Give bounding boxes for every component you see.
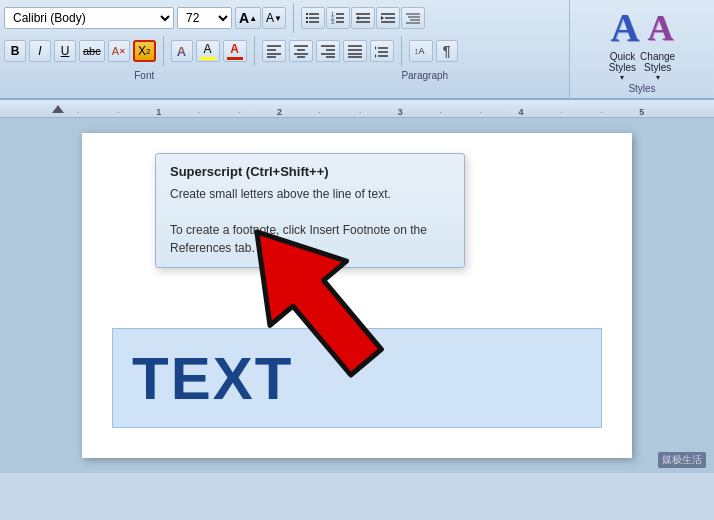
- font-size-buttons: A▲ A▼: [235, 7, 286, 29]
- superscript-button[interactable]: X2: [133, 40, 155, 62]
- watermark: 媒极生活: [658, 452, 706, 468]
- align-left-button[interactable]: [262, 40, 286, 62]
- svg-text:3.: 3.: [331, 19, 335, 25]
- tooltip-line3: To create a footnote, click Insert: [170, 223, 339, 237]
- text-effects-button[interactable]: A: [171, 40, 193, 62]
- ribbon: Calibri (Body) 72 A▲ A▼ 1.2.3.: [0, 0, 714, 100]
- justify-button[interactable]: [343, 40, 367, 62]
- bullets-button[interactable]: [301, 7, 325, 29]
- svg-marker-43: [375, 46, 377, 50]
- svg-rect-3: [306, 13, 308, 15]
- underline-button[interactable]: U: [54, 40, 76, 62]
- bold-button[interactable]: B: [4, 40, 26, 62]
- styles-labels-row: Quick Styles ▾ Change Styles ▾: [609, 51, 675, 82]
- font-section-label: Font: [4, 69, 285, 81]
- highlight-button[interactable]: A: [196, 40, 220, 62]
- sort-button[interactable]: ↕A: [409, 40, 433, 62]
- ribbon-row-2: B I U abc A✕ X2 A A A: [4, 36, 565, 66]
- line-spacing-button[interactable]: [370, 40, 394, 62]
- quick-styles-arrow: ▾: [620, 73, 624, 82]
- styles-section: A A Quick Styles ▾ Change Styles ▾ Style…: [569, 0, 714, 98]
- ribbon-row-1: Calibri (Body) 72 A▲ A▼ 1.2.3.: [4, 3, 565, 33]
- strikethrough-button[interactable]: abc: [79, 40, 105, 62]
- tooltip-line2: of text.: [355, 187, 391, 201]
- tooltip-title: Superscript (Ctrl+Shift++): [170, 164, 450, 179]
- svg-marker-15: [356, 16, 359, 20]
- change-styles-button[interactable]: Change Styles ▾: [640, 51, 675, 82]
- tooltip-line1: Create small letters above the line: [170, 187, 351, 201]
- multilevel-list-button[interactable]: [401, 7, 425, 29]
- font-size-select[interactable]: 72: [177, 7, 232, 29]
- change-styles-arrow: ▾: [656, 73, 660, 82]
- svg-marker-44: [375, 54, 377, 58]
- clear-format-button[interactable]: A✕: [108, 40, 130, 62]
- section-labels-row: Font Paragraph: [4, 69, 565, 81]
- styles-section-label: Styles: [628, 83, 655, 94]
- numbering-button[interactable]: 1.2.3.: [326, 7, 350, 29]
- font-color-icon: A: [227, 42, 243, 60]
- para-top-buttons: 1.2.3.: [301, 7, 425, 29]
- svg-text:↕A: ↕A: [414, 46, 425, 56]
- separator-1: [293, 3, 294, 33]
- italic-button[interactable]: I: [29, 40, 51, 62]
- align-right-button[interactable]: [316, 40, 340, 62]
- svg-rect-4: [306, 17, 308, 19]
- change-styles-icon: A: [647, 7, 673, 49]
- styles-icons-row: A A: [611, 4, 674, 51]
- decrease-indent-button[interactable]: [351, 7, 375, 29]
- svg-marker-19: [381, 16, 384, 20]
- increase-indent-button[interactable]: [376, 7, 400, 29]
- paragraph-section-label: Paragraph: [285, 69, 566, 81]
- font-name-select[interactable]: Calibri (Body): [4, 7, 174, 29]
- tooltip-body: Create small letters above the line of t…: [170, 185, 450, 257]
- ribbon-main: Calibri (Body) 72 A▲ A▼ 1.2.3.: [0, 0, 569, 98]
- quick-styles-button[interactable]: Quick Styles ▾: [609, 51, 636, 82]
- doc-text: TEXT: [132, 344, 293, 413]
- font-grow-button[interactable]: A▲: [235, 7, 261, 29]
- align-center-button[interactable]: [289, 40, 313, 62]
- separator-4: [401, 36, 402, 66]
- highlight-icon: A: [200, 42, 216, 60]
- svg-rect-5: [306, 21, 308, 23]
- show-paragraph-button[interactable]: ¶: [436, 40, 458, 62]
- font-color-button[interactable]: A: [223, 40, 247, 62]
- document-area: TEXT Superscript (Ctrl+Shift++) Create s…: [0, 118, 714, 473]
- separator-3: [254, 36, 255, 66]
- tooltip-popup: Superscript (Ctrl+Shift++) Create small …: [155, 153, 465, 268]
- quick-styles-icon: A: [611, 4, 640, 51]
- ruler: · · 1 · · 2 · · 3 · · 4 · · 5: [0, 100, 714, 118]
- font-shrink-button[interactable]: A▼: [262, 7, 286, 29]
- separator-2: [163, 36, 164, 66]
- ruler-marks: · · 1 · · 2 · · 3 · · 4 · · 5: [58, 100, 662, 117]
